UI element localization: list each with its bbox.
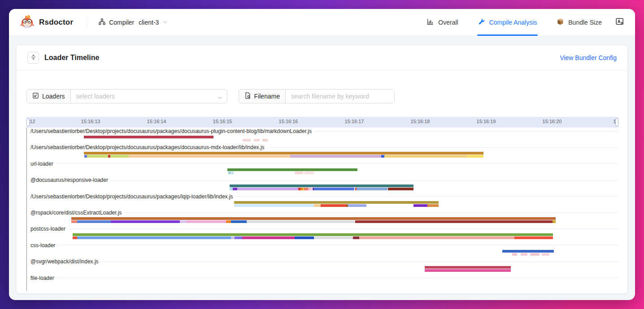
timeline-bar-segment[interactable] xyxy=(348,204,366,207)
timeline-bar-segment[interactable] xyxy=(304,188,308,190)
timeline-bar-segment[interactable] xyxy=(237,188,298,190)
timeline-bar-segment[interactable] xyxy=(530,253,540,256)
timeline-scroll-handle-left[interactable] xyxy=(26,118,30,126)
nav-item-overall[interactable]: Overall xyxy=(426,9,458,36)
timeline-bar-segment[interactable] xyxy=(243,139,251,142)
timeline-bar-segment[interactable] xyxy=(305,172,314,174)
filename-input[interactable] xyxy=(286,90,394,103)
timeline-row: file-loader xyxy=(27,275,618,291)
timeline-bar-segment[interactable] xyxy=(73,233,553,236)
header-divider xyxy=(87,17,87,28)
timeline-bar-segment[interactable] xyxy=(314,236,353,239)
timeline-bar-segment[interactable] xyxy=(71,220,77,223)
compiler-select[interactable]: Compiler client-3 xyxy=(99,18,168,26)
timeline-bar-segment[interactable] xyxy=(231,220,247,223)
timeline-bar-segment[interactable] xyxy=(553,220,556,223)
timeline-bar-segment[interactable] xyxy=(314,204,321,207)
timeline-bar-segment[interactable] xyxy=(254,139,260,142)
timeline-bar-segment[interactable] xyxy=(262,139,268,142)
timeline-bar-segment[interactable] xyxy=(425,266,511,269)
timeline-bar-segment[interactable] xyxy=(388,188,413,190)
timeline-bar-segment[interactable] xyxy=(228,172,231,174)
row-gridline xyxy=(100,262,618,262)
chevron-down-icon xyxy=(217,94,222,102)
timeline-bar-segment[interactable] xyxy=(321,204,346,207)
timeline-bar-segment[interactable] xyxy=(542,253,549,256)
timeline-bar-segment[interactable] xyxy=(234,204,314,207)
timeline-bar-segment[interactable] xyxy=(226,220,231,223)
timeline-bar-segment[interactable] xyxy=(84,152,483,154)
timeline-bar-segment[interactable] xyxy=(230,188,233,190)
app-window: Rsdoctor Compiler client-3 xyxy=(9,9,635,300)
row-gridline xyxy=(235,196,618,197)
row-gridline xyxy=(110,180,618,180)
loader-timeline-chart: :1215:16:1315:16:1415:16:1515:16:1615:16… xyxy=(26,117,618,291)
row-gridline xyxy=(57,245,618,245)
timeline-bar-segment[interactable] xyxy=(247,220,356,223)
brand-name: Rsdoctor xyxy=(39,18,73,27)
timeline-bar-segment[interactable] xyxy=(353,236,360,239)
timeline-bar-segment[interactable] xyxy=(427,204,439,207)
nav-item-compile-analysis[interactable]: Compile Analysis xyxy=(478,9,537,36)
timeline-row: url-loader xyxy=(27,160,618,176)
timeline-bar-segment[interactable] xyxy=(381,155,384,158)
timeline-bar-segment[interactable] xyxy=(290,155,381,158)
timeline-bar-segment[interactable] xyxy=(233,188,237,190)
timeline-bar-segment[interactable] xyxy=(231,236,235,239)
timeline-bar-segment[interactable] xyxy=(425,269,511,272)
timeline-bar-segment[interactable] xyxy=(71,217,556,220)
timeline-bar-segment[interactable] xyxy=(73,236,77,239)
timeline-bar-segment[interactable] xyxy=(295,236,314,239)
timeline-row: css-loader xyxy=(27,242,618,258)
loaders-select[interactable]: select loaders xyxy=(71,90,227,103)
wrench-icon xyxy=(478,18,485,26)
row-gridline xyxy=(266,147,618,148)
timeline-bar-segment[interactable] xyxy=(234,201,439,204)
column-height-button[interactable] xyxy=(27,52,39,64)
timeline-bar-segment[interactable] xyxy=(186,220,226,223)
timeline-bar-segment[interactable] xyxy=(129,155,290,158)
timeline-bar-segment[interactable] xyxy=(84,136,214,138)
nav-item-bundle-size[interactable]: Bundle Size xyxy=(557,9,602,36)
view-bundler-config-link[interactable]: View Bundler Config xyxy=(560,54,617,61)
timeline-bar-segment[interactable] xyxy=(235,236,242,239)
timeline-bar-segment[interactable] xyxy=(111,220,180,223)
timeline-bar-segment[interactable] xyxy=(514,236,553,239)
row-gridline xyxy=(313,131,618,132)
timeline-bar-segment[interactable] xyxy=(512,253,517,256)
axis-tick-label: 15:16:18 xyxy=(411,119,430,124)
timeline-bar-segment[interactable] xyxy=(231,172,233,174)
loader-row-label: url-loader xyxy=(27,161,53,167)
timeline-bar-segment[interactable] xyxy=(314,188,354,190)
bar-chart-icon xyxy=(426,18,434,27)
timeline-row: /Users/sebastienlorber/Desktop/projects/… xyxy=(27,193,618,209)
timeline-bar-segment[interactable] xyxy=(77,236,231,239)
timeline-bar-segment[interactable] xyxy=(242,236,295,239)
timeline-bar-segment[interactable] xyxy=(413,204,427,207)
timeline-bar-segment[interactable] xyxy=(308,188,312,190)
main-nav: Overall Compile Analysis xyxy=(426,9,602,36)
card-header: Loader Timeline View Bundler Config xyxy=(17,45,627,70)
timeline-scroll-handle-right[interactable] xyxy=(615,118,618,126)
cluster-icon xyxy=(99,18,105,26)
loader-row-label: /Users/sebastienlorber/Desktop/projects/… xyxy=(27,193,233,200)
timeline-bar-segment[interactable] xyxy=(180,220,186,223)
package-icon xyxy=(557,18,564,27)
timeline-bar-segment[interactable] xyxy=(227,168,357,171)
timeline-bar-segment[interactable] xyxy=(230,185,413,187)
timeline-bar-segment[interactable] xyxy=(108,155,110,158)
timeline-bar-segment[interactable] xyxy=(77,220,111,223)
timeline-bar-segment[interactable] xyxy=(521,253,527,256)
loader-row-label: postcss-loader xyxy=(27,226,65,232)
timeline-bar-segment[interactable] xyxy=(384,155,467,158)
timeline-bar-segment[interactable] xyxy=(467,155,483,158)
timeline-bar-segment[interactable] xyxy=(295,172,303,174)
translate-button[interactable] xyxy=(614,16,626,29)
loaders-filter-group: Loaders select loaders xyxy=(26,89,227,103)
brand[interactable]: Rsdoctor xyxy=(20,14,73,30)
timeline-bar-segment[interactable] xyxy=(357,188,387,190)
timeline-bar-segment[interactable] xyxy=(359,236,514,239)
timeline-bar-segment[interactable] xyxy=(502,250,554,253)
timeline-bar-segment[interactable] xyxy=(355,220,553,223)
axis-tick-label: 15:16:15 xyxy=(213,119,232,124)
